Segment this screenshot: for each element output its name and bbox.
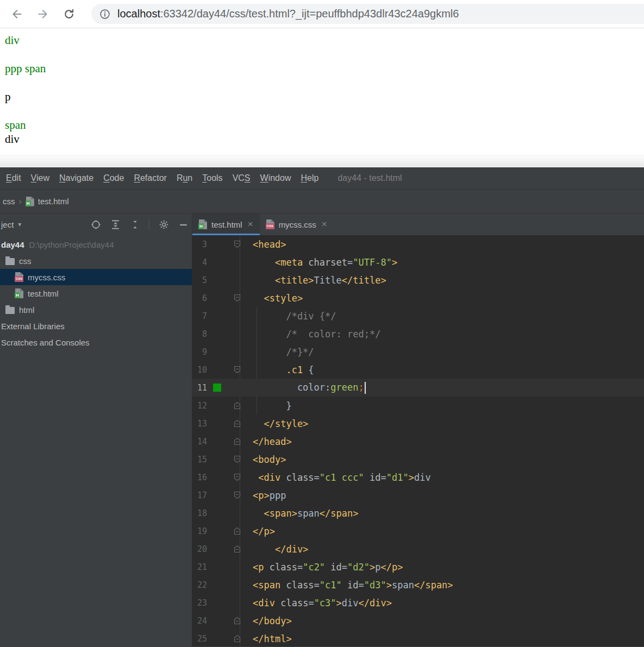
- code-line-10[interactable]: 10 .c1 {: [192, 361, 644, 379]
- line-number: 15: [192, 455, 207, 464]
- code-line-14[interactable]: 14</head>: [192, 432, 644, 450]
- menu-item-window[interactable]: Window: [255, 173, 296, 183]
- fold-end-icon[interactable]: [234, 401, 241, 410]
- rendered-text-line: ppp span: [5, 61, 644, 76]
- tree-row-test-html[interactable]: Htest.html: [0, 285, 192, 301]
- code-line-23[interactable]: 23<div class="c3">div</div>: [192, 594, 644, 612]
- breadcrumb: css › H test.html: [0, 189, 644, 213]
- menu-item-vcs[interactable]: VCS: [228, 173, 255, 183]
- project-panel-toolbar: ject ▾: [0, 213, 192, 235]
- menu-item-view[interactable]: View: [26, 173, 54, 183]
- locate-icon[interactable]: [90, 219, 101, 230]
- close-icon[interactable]: ×: [248, 219, 253, 230]
- menu-item-navigate[interactable]: Navigate: [54, 173, 98, 183]
- code-line-4[interactable]: 4 <meta charset="UTF-8">: [192, 253, 644, 271]
- color-preview-green-icon[interactable]: [213, 384, 221, 392]
- menu-bar: EditViewNavigateCodeRefactorRunToolsVCSW…: [0, 167, 644, 189]
- rendered-text-line: div: [5, 132, 644, 146]
- line-number: 19: [192, 526, 207, 536]
- fold-column: [227, 401, 247, 410]
- tree-row-scratches-and-consoles[interactable]: Scratches and Consoles: [0, 334, 192, 350]
- tab-label: mycss.css: [279, 220, 316, 229]
- breadcrumb-folder[interactable]: css: [3, 197, 15, 206]
- fold-end-icon[interactable]: [234, 527, 241, 535]
- menu-item-tools[interactable]: Tools: [197, 173, 227, 183]
- code-line-17[interactable]: 17<p>ppp: [192, 486, 644, 504]
- address-bar[interactable]: localhost:63342/day44/css/test.html?_ijt…: [91, 4, 644, 24]
- code-line-21[interactable]: 21<p class="c2" id="d2">p</p>: [192, 558, 644, 576]
- fold-end-icon[interactable]: [234, 437, 241, 445]
- text-caret: [365, 382, 366, 394]
- css-file-icon: CSS: [15, 272, 23, 282]
- back-icon[interactable]: [8, 5, 26, 23]
- fold-collapse-icon[interactable]: [234, 366, 241, 374]
- tree-row-html[interactable]: html: [0, 301, 192, 318]
- code-line-24[interactable]: 24</body>: [192, 612, 644, 630]
- code-line-22[interactable]: 22<span class="c1" id="d3">span</span>: [192, 576, 644, 594]
- code-line-19[interactable]: 19</p>: [192, 522, 644, 540]
- browser-toolbar: localhost:63342/day44/css/test.html?_ijt…: [0, 0, 644, 28]
- menu-item-edit[interactable]: Edit: [1, 173, 26, 183]
- fold-collapse-icon[interactable]: [234, 240, 241, 248]
- menu-item-help[interactable]: Help: [296, 173, 323, 183]
- tab-mycss.css[interactable]: CSSmycss.css×: [260, 213, 334, 235]
- breadcrumb-separator-icon: ›: [19, 197, 22, 206]
- breadcrumb-file[interactable]: H test.html: [26, 197, 69, 206]
- tree-row-day44[interactable]: day44D:\pythonProject\day44: [0, 236, 192, 253]
- fold-collapse-icon[interactable]: [234, 473, 241, 481]
- close-icon[interactable]: ×: [322, 219, 327, 230]
- url-path: :63342/day44/css/test.html?_ijt=peuffbhd…: [160, 8, 459, 20]
- collapse-all-icon[interactable]: [129, 219, 140, 230]
- tree-row-external-libraries[interactable]: External Libraries: [0, 318, 192, 334]
- code-line-25[interactable]: 25</html>: [192, 630, 644, 646]
- code-line-6[interactable]: 6 <style>: [192, 289, 644, 307]
- code-line-11[interactable]: 11 color:green;: [192, 379, 644, 397]
- tree-item-label: test.html: [28, 289, 59, 298]
- folder-icon-shape: [5, 258, 15, 265]
- line-number: 8: [192, 329, 207, 339]
- url-text[interactable]: localhost:63342/day44/css/test.html?_ijt…: [117, 8, 459, 20]
- code-editor[interactable]: 3<head>4 <meta charset="UTF-8">5 <title>…: [192, 235, 644, 646]
- menu-item-code[interactable]: Code: [98, 173, 129, 183]
- fold-collapse-icon[interactable]: [234, 294, 241, 302]
- line-number: 12: [192, 401, 207, 411]
- line-number: 16: [192, 473, 207, 482]
- code-line-7[interactable]: 7 /*div {*/: [192, 307, 644, 325]
- code-line-8[interactable]: 8 /* color: red;*/: [192, 325, 644, 343]
- code-line-3[interactable]: 3<head>: [192, 235, 644, 253]
- info-icon[interactable]: [99, 8, 111, 20]
- code-line-12[interactable]: 12 }: [192, 397, 644, 414]
- project-view-selector[interactable]: ject: [0, 220, 14, 229]
- fold-end-icon[interactable]: [234, 635, 241, 643]
- settings-gear-icon[interactable]: [158, 219, 169, 230]
- fold-end-icon[interactable]: [234, 545, 241, 553]
- fold-collapse-icon[interactable]: [234, 491, 241, 499]
- fold-collapse-icon[interactable]: [234, 455, 241, 463]
- hide-panel-icon[interactable]: [178, 219, 189, 230]
- fold-end-icon[interactable]: [234, 419, 241, 428]
- tree-row-mycss-css[interactable]: CSSmycss.css: [0, 269, 192, 285]
- code-line-16[interactable]: 16 <div class="c1 ccc" id="d1">div: [192, 468, 644, 486]
- menu-item-refactor[interactable]: Refactor: [129, 173, 171, 183]
- code-line-5[interactable]: 5 <title>Title</title>: [192, 271, 644, 289]
- code-text: </p>: [247, 526, 275, 537]
- line-number: 4: [192, 257, 207, 267]
- tree-row-css[interactable]: css: [0, 253, 192, 269]
- code-line-20[interactable]: 20 </div>: [192, 540, 644, 558]
- line-number: 9: [192, 347, 207, 357]
- menu-item-run[interactable]: Run: [172, 173, 197, 183]
- code-line-18[interactable]: 18 <span>span</span>: [192, 504, 644, 522]
- expand-all-icon[interactable]: [110, 219, 121, 230]
- code-text: <div class="c1 ccc" id="d1">div: [247, 472, 431, 483]
- code-text: <meta charset="UTF-8">: [247, 257, 397, 268]
- tree-item-label: External Libraries: [1, 322, 65, 331]
- code-line-9[interactable]: 9 /*}*/: [192, 343, 644, 361]
- rendered-text-line: p: [5, 90, 644, 104]
- reload-icon[interactable]: [60, 5, 78, 23]
- chevron-down-icon[interactable]: ▾: [18, 221, 21, 228]
- tab-test.html[interactable]: Htest.html×: [192, 213, 260, 235]
- code-line-15[interactable]: 15<body>: [192, 450, 644, 468]
- fold-end-icon[interactable]: [234, 617, 241, 625]
- forward-icon[interactable]: [34, 5, 52, 23]
- code-line-13[interactable]: 13 </style>: [192, 414, 644, 432]
